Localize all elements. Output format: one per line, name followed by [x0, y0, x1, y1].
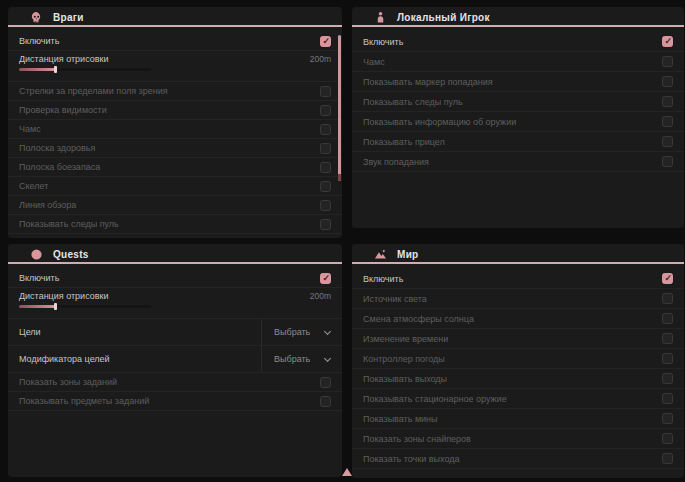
panel-header-enemies[interactable]: Враги [8, 7, 342, 27]
checkbox[interactable] [662, 453, 673, 464]
quests-row-4[interactable]: Показать зоны заданий [8, 373, 342, 392]
local-player-row-0[interactable]: Включить [352, 32, 684, 52]
checkbox[interactable] [320, 86, 331, 97]
panel-title: Враги [53, 12, 84, 23]
checkbox[interactable] [320, 105, 331, 116]
enemies-row-9[interactable]: Показывать следы пуль [8, 215, 342, 234]
row-label: Дистанция отрисовки [19, 291, 109, 301]
world-row-7[interactable]: Показывать мины [352, 409, 684, 429]
checkbox[interactable] [662, 313, 673, 324]
row-label: Проверка видимости [19, 105, 107, 115]
panel-world: МирВключитьИсточник светаСмена атмосферы… [352, 244, 684, 478]
local-player-row-3[interactable]: Показывать следы пуль [352, 92, 684, 112]
checkbox[interactable] [320, 273, 331, 284]
skull-icon [30, 11, 43, 24]
slider-handle[interactable] [54, 66, 57, 73]
row-label: Полоска боезапаса [19, 162, 100, 172]
local-player-row-1[interactable]: Чамс [352, 52, 684, 72]
row-label: Показать точки выхода [363, 454, 459, 464]
enemies-row-7[interactable]: Скелет [8, 177, 342, 196]
slider[interactable] [19, 68, 151, 71]
checkbox[interactable] [662, 333, 673, 344]
panel-body-local-player: ВключитьЧамсПоказывать маркер попаданияП… [352, 27, 684, 172]
checkbox[interactable] [320, 396, 331, 407]
world-row-1[interactable]: Источник света [352, 289, 684, 309]
row-label: Полоска здоровья [19, 143, 95, 153]
row-label: Включить [363, 37, 403, 47]
checkbox[interactable] [320, 181, 331, 192]
checkbox[interactable] [662, 373, 673, 384]
person-icon [374, 11, 387, 24]
local-player-row-5[interactable]: Показывать прицел [352, 132, 684, 152]
checkbox[interactable] [662, 393, 673, 404]
row-label: Чамс [19, 124, 41, 134]
checkbox[interactable] [662, 56, 673, 67]
world-row-3[interactable]: Изменение времени [352, 329, 684, 349]
row-label: Показывать выходы [363, 374, 447, 384]
checkbox[interactable] [662, 116, 673, 127]
row-label: Включить [19, 273, 59, 283]
row-label: Стрелки за пределами поля зрения [19, 86, 168, 96]
local-player-row-6[interactable]: Звук попадания [352, 152, 684, 172]
row-label: Показывать следы пуль [363, 97, 463, 107]
checkbox[interactable] [662, 293, 673, 304]
checkbox[interactable] [662, 156, 673, 167]
panel-header-quests[interactable]: Quests [8, 244, 342, 264]
enemies-row-8[interactable]: Линия обзора [8, 196, 342, 215]
checkbox[interactable] [662, 136, 673, 147]
row-label: Включить [363, 274, 403, 284]
checkbox[interactable] [662, 96, 673, 107]
select-dropdown[interactable]: Выбрать [261, 319, 331, 345]
local-player-row-4[interactable]: Показывать информацию об оружии [352, 112, 684, 132]
slider-header: Дистанция отрисовки200m [19, 291, 331, 301]
row-label: Источник света [363, 294, 427, 304]
slider-fill [19, 305, 56, 308]
world-row-5[interactable]: Показывать выходы [352, 369, 684, 389]
panel-header-world[interactable]: Мир [352, 244, 684, 264]
enemies-row-4[interactable]: Чамс [8, 120, 342, 139]
scrollbar-thumb[interactable] [338, 35, 341, 181]
checkbox[interactable] [320, 124, 331, 135]
checkbox[interactable] [320, 36, 331, 47]
enemies-row-5[interactable]: Полоска здоровья [8, 139, 342, 158]
world-row-8[interactable]: Показать зоны снайперов [352, 429, 684, 449]
row-label: Показывать предметы заданий [19, 396, 149, 406]
row-label: Показывать прицел [363, 137, 445, 147]
world-row-6[interactable]: Показывать стационарное оружие [352, 389, 684, 409]
checkbox[interactable] [662, 36, 673, 47]
enemies-row-2[interactable]: Стрелки за пределами поля зрения [8, 82, 342, 101]
panel-header-local-player[interactable]: Локальный Игрок [352, 7, 684, 27]
checkbox[interactable] [320, 377, 331, 388]
quests-row-0[interactable]: Включить [8, 269, 342, 288]
checkbox[interactable] [662, 353, 673, 364]
panel-body-enemies: ВключитьДистанция отрисовки200mСтрелки з… [8, 27, 342, 234]
select-dropdown[interactable]: Выбрать [261, 346, 331, 372]
checkbox[interactable] [320, 200, 331, 211]
select-value: Выбрать [274, 327, 310, 337]
enemies-row-0[interactable]: Включить [8, 32, 342, 51]
world-row-4[interactable]: Контроллер погоды [352, 349, 684, 369]
mountain-icon [374, 248, 387, 261]
world-row-2[interactable]: Смена атмосферы солнца [352, 309, 684, 329]
slider-handle[interactable] [54, 303, 57, 310]
panel-body-quests: ВключитьДистанция отрисовки200mЦелиВыбра… [8, 264, 342, 411]
slider-value: 200m [310, 291, 331, 301]
enemies-row-3[interactable]: Проверка видимости [8, 101, 342, 120]
quests-row-5[interactable]: Показывать предметы заданий [8, 392, 342, 411]
row-label: Включить [19, 36, 59, 46]
row-label: Звук попадания [363, 157, 429, 167]
checkbox[interactable] [320, 143, 331, 154]
enemies-row-6[interactable]: Полоска боезапаса [8, 158, 342, 177]
local-player-row-2[interactable]: Показывать маркер попадания [352, 72, 684, 92]
checkbox[interactable] [662, 413, 673, 424]
checkbox[interactable] [320, 219, 331, 230]
slider-value: 200m [310, 54, 331, 64]
checkbox[interactable] [662, 273, 673, 284]
quests-row-3: Модификатора целейВыбрать [8, 346, 342, 373]
checkbox[interactable] [662, 76, 673, 87]
world-row-0[interactable]: Включить [352, 269, 684, 289]
checkbox[interactable] [662, 433, 673, 444]
checkbox[interactable] [320, 162, 331, 173]
slider[interactable] [19, 305, 151, 308]
world-row-9[interactable]: Показать точки выхода [352, 449, 684, 469]
